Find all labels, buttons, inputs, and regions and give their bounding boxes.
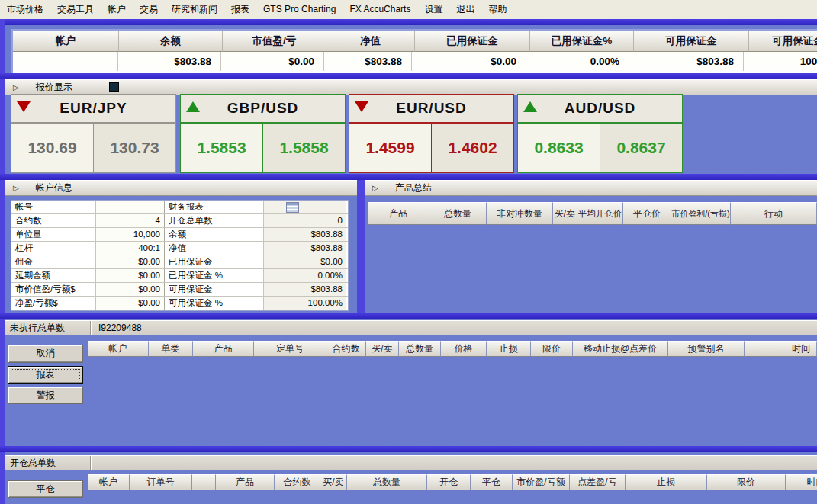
- report-icon[interactable]: [286, 202, 299, 213]
- product-col-header: 产品: [368, 202, 429, 225]
- alert-button[interactable]: 警报: [8, 387, 83, 404]
- collapse-icon[interactable]: ▷: [13, 84, 19, 91]
- info-value: $0.00: [96, 269, 165, 282]
- open-col-header: 买/卖: [320, 474, 347, 490]
- product-summary-column-headers: 产品 总数量 非对冲数量 买/卖 平均开仓价 平仓价 市价盈利/(亏损) 行动: [368, 202, 817, 225]
- pending-col-header: 时间: [745, 341, 817, 357]
- info-label: 佣金: [11, 255, 96, 268]
- panel-divider-strip: [357, 180, 365, 319]
- close-position-button[interactable]: 平仓: [8, 480, 83, 498]
- info-label: 已用保证金 %: [165, 269, 264, 282]
- pending-col-header: 止损: [487, 341, 531, 357]
- account-info-table: 帐号 财务报表 合约数 4 开仓总单数 0 单位量 10,000 余额 $803…: [11, 200, 349, 311]
- open-col-header: 平仓: [471, 474, 513, 490]
- open-col-header: 限价: [707, 474, 786, 490]
- pending-col-header: 总数量: [399, 341, 441, 357]
- summary-value-used-margin: $0.00: [412, 52, 526, 71]
- menu-item-exit[interactable]: 退出: [449, 0, 481, 19]
- pending-col-header: 产品: [193, 341, 254, 357]
- menu-item-help[interactable]: 帮助: [481, 0, 513, 19]
- pair-name: EUR/JPY: [11, 100, 175, 117]
- pending-col-header: 限价: [531, 341, 573, 357]
- quote-panel-indicator: [109, 82, 119, 92]
- menu-item-market-prices[interactable]: 市场价格: [0, 0, 50, 19]
- menu-item-settings[interactable]: 设置: [417, 0, 449, 19]
- info-label: 帐号: [11, 201, 96, 213]
- pending-orders-bar: 未执行总单数 I92209488: [5, 320, 817, 335]
- menu-item-trading-tools[interactable]: 交易工具: [50, 0, 101, 19]
- menu-item-account[interactable]: 帐户: [101, 0, 133, 19]
- open-col-header: [192, 474, 216, 490]
- product-col-header: 平仓价: [623, 202, 671, 225]
- product-col-header: 总数量: [429, 202, 487, 225]
- bid-price[interactable]: 0.8633: [517, 123, 600, 173]
- info-label: 净值: [165, 242, 264, 255]
- collapse-icon[interactable]: ▷: [372, 185, 378, 192]
- summary-value-account: [13, 52, 118, 71]
- trend-down-icon: [17, 101, 31, 112]
- trend-up-icon: [186, 101, 200, 112]
- menu-item-trade[interactable]: 交易: [133, 0, 165, 19]
- product-col-header: 非对冲数量: [487, 202, 553, 225]
- info-label: 开仓总单数: [165, 214, 264, 227]
- quote-card-eurjpy: EUR/JPY 130.69 130.73: [11, 94, 176, 173]
- info-value: $803.88: [264, 283, 346, 296]
- menu-item-reports[interactable]: 报表: [224, 0, 256, 19]
- info-value: 400:1: [96, 242, 165, 255]
- bid-price[interactable]: 1.5853: [180, 123, 262, 173]
- trend-down-icon: [355, 101, 368, 112]
- ask-price[interactable]: 1.4602: [431, 123, 514, 173]
- collapse-icon[interactable]: ▷: [13, 185, 19, 192]
- pending-orders-count: I92209488: [91, 323, 142, 333]
- menu-item-fx-accucharts[interactable]: FX AccuCharts: [343, 0, 417, 19]
- info-value-account-number: [96, 201, 165, 213]
- menu-item-research-news[interactable]: 研究和新闻: [165, 0, 224, 19]
- info-label: 单位量: [11, 228, 96, 241]
- summary-value-balance: $803.88: [118, 52, 221, 71]
- menubar: 市场价格 交易工具 帐户 交易 研究和新闻 报表 GTS Pro Chartin…: [0, 0, 817, 19]
- info-label: 余额: [165, 228, 264, 241]
- splitter-3: [0, 313, 817, 319]
- product-col-header: 市价盈利/(亏损): [671, 202, 731, 225]
- open-col-header: 时间: [786, 474, 817, 490]
- summary-value-avail-margin-pct: 100.00%: [744, 52, 817, 71]
- trend-up-icon: [523, 101, 537, 112]
- pending-orders-column-headers: 帐户 单类 产品 定单号 合约数 买/卖 总数量 价格 止损 限价 移动止损@点…: [88, 341, 817, 357]
- info-value: $0.00: [264, 255, 346, 268]
- quote-panel-title: 报价显示: [36, 81, 72, 94]
- bid-price[interactable]: 1.4599: [349, 123, 431, 173]
- bid-price[interactable]: 130.69: [11, 123, 93, 173]
- splitter-1: [0, 73, 817, 79]
- report-button[interactable]: 报表: [8, 366, 83, 384]
- summary-col-equity: 净值: [326, 31, 415, 52]
- quote-card-eurusd: EUR/USD 1.4599 1.4602: [349, 94, 514, 173]
- product-col-header: 平均开仓价: [577, 202, 623, 225]
- summary-value-used-margin-pct: 0.00%: [526, 52, 629, 71]
- product-col-header: 行动: [731, 202, 817, 225]
- summary-col-market-pl: 市值盈/亏: [223, 31, 326, 52]
- open-positions-bar: 开仓总单数: [5, 455, 817, 470]
- cancel-button[interactable]: 取消: [8, 345, 83, 363]
- pending-col-header: 买/卖: [366, 341, 399, 357]
- ask-price[interactable]: 1.5858: [262, 123, 346, 173]
- summary-col-used-margin-pct: 已用保证金%: [530, 31, 634, 52]
- pending-col-header: 价格: [441, 341, 487, 357]
- summary-col-balance: 余额: [119, 31, 223, 52]
- ask-price[interactable]: 130.73: [93, 123, 176, 173]
- info-label: 杠杆: [11, 242, 96, 255]
- menu-item-gts-pro-charting[interactable]: GTS Pro Charting: [256, 0, 343, 19]
- info-value: 10,000: [96, 228, 165, 241]
- open-col-header: 点差盈/亏: [570, 474, 626, 490]
- product-summary-panel-header: ▷ 产品总结: [365, 180, 817, 196]
- open-positions-label: 开仓总单数: [5, 457, 90, 470]
- info-label: 可用保证金 %: [165, 297, 264, 310]
- ask-price[interactable]: 0.8637: [600, 123, 683, 173]
- left-border-strip: [0, 19, 5, 504]
- open-col-header: 订单号: [130, 474, 192, 490]
- info-value: $0.00: [96, 283, 165, 296]
- info-value: 0: [264, 214, 346, 227]
- summary-value-equity: $803.88: [324, 52, 412, 71]
- summary-col-account: 帐户: [13, 31, 119, 52]
- open-col-header: 开仓: [427, 474, 471, 490]
- pair-name: AUD/USD: [518, 100, 682, 117]
